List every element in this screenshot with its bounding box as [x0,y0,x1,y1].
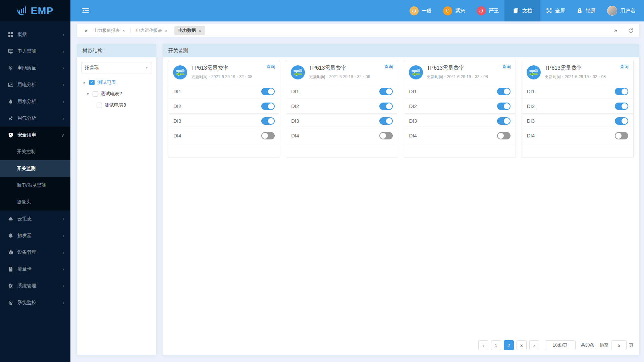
tree-expand-icon[interactable]: ▸ [83,80,87,85]
notif-severe[interactable]: 严重 [471,0,504,21]
pagination-jump-label: 跳至 [600,342,608,348]
sidebar-item-power-quality[interactable]: 电能质量 ‹ [0,60,70,76]
chevron-left-icon: ‹ [63,266,64,272]
di-toggle[interactable] [497,132,511,139]
query-link[interactable]: 查询 [384,64,393,70]
card-updated-time: 更新时间：2021-6-29 19：32：08 [427,74,488,80]
chart-icon [8,82,13,87]
di-toggle[interactable] [615,117,628,125]
sidebar-item-overview[interactable]: 概括 ‹ [0,26,70,43]
sidebar-item-safe-electricity[interactable]: 安全用电 ∨ [0,127,70,143]
di-label: DI3 [409,118,417,124]
notif-general[interactable]: 一般 [404,0,437,21]
sidebar-item-trigger[interactable]: 触发器 ‹ [0,227,70,244]
caret-down-icon: ▼ [145,66,148,69]
pagination-next-button[interactable]: › [529,340,539,350]
di-label: DI2 [291,103,299,109]
sidebar-subitem-camera[interactable]: 摄像头 [0,194,70,210]
lock-icon [577,8,583,14]
tree-checkbox[interactable] [97,103,102,108]
sidebar-item-gas-analysis[interactable]: 用气分析 ‹ [0,110,70,127]
pagination-prev-button[interactable]: ‹ [478,340,488,350]
di-toggle[interactable] [379,103,393,110]
di-toggle[interactable] [261,117,275,125]
tab-close-icon[interactable]: × [199,28,201,33]
sidebar-item-device-management[interactable]: 设备管理 ‹ [0,244,70,261]
tree-checkbox[interactable] [89,80,95,85]
tree-checkbox[interactable] [93,91,98,97]
tree-node-meter1[interactable]: ▸ 测试电表 [77,77,156,88]
di-toggle[interactable] [261,88,275,95]
sidebar-item-cloud-config[interactable]: 云组态 ‹ [0,210,70,227]
notif-general-label: 一般 [422,8,432,14]
di-toggle[interactable] [615,132,628,139]
sidebar-subitem-switch-monitoring[interactable]: 开关监测 [0,160,70,177]
tree-node-label: 测试电表3 [105,102,126,108]
tab-divider [173,28,173,33]
chevron-left-icon: ‹ [63,233,64,238]
di-toggle[interactable] [615,103,628,110]
device-card: 查询 TP613需量费率 更新时间：2021-6-29 19：32：08 DI1… [286,60,398,158]
sidebar-section-safety: 安全用电 ∨ 开关控制 开关监测 漏电/温度监测 摄像头 [0,127,70,210]
sidebar-item-power-monitoring[interactable]: 电力监测 ‹ [0,43,70,60]
di-row: DI2 [404,99,516,114]
webcam-icon [8,300,13,305]
di-label: DI4 [409,133,417,138]
di-toggle[interactable] [261,103,275,110]
pagination-page-1[interactable]: 1 [491,340,501,350]
sidebar-item-water-analysis[interactable]: 用水分析 ‹ [0,93,70,110]
query-link[interactable]: 查询 [620,64,629,70]
sidebar-item-label: 电力监测 [17,48,63,54]
sidebar-item-electricity-analysis[interactable]: 用电分析 ‹ [0,76,70,93]
tab-power-extreme-report[interactable]: 电力极值报表 × [90,26,129,35]
di-toggle[interactable] [497,88,511,95]
tabs-scroll-right-icon[interactable]: » [612,27,619,34]
tab-power-data[interactable]: 电力数据 × [174,26,205,35]
top-navbar: 一般 紧急 严重 文档 全屏 锁屏 用户名 [70,0,644,21]
nav-item-docs[interactable]: 文档 [504,0,540,21]
tab-close-icon[interactable]: × [165,28,168,33]
pagination-page-3[interactable]: 3 [517,340,527,350]
di-toggle[interactable] [379,88,393,95]
card-header: 查询 TP613需量费率 更新时间：2021-6-29 19：32：08 [286,60,397,84]
sidebar-subitem-leakage-temperature[interactable]: 漏电/温度监测 [0,177,70,194]
pagination-page-2[interactable]: 2 [504,340,514,350]
sidebar-item-system-management[interactable]: 系统管理 ‹ [0,278,70,294]
di-row: DI2 [168,99,280,114]
di-toggle[interactable] [379,117,393,125]
page-size-select[interactable]: 10条/页 [545,340,576,350]
tree-node-meter3[interactable]: 测试电表3 [77,100,156,111]
di-toggle[interactable] [615,88,628,95]
nav-item-user[interactable]: 用户名 [601,0,644,21]
tab-label: 电力极值报表 [94,27,120,34]
sidebar-item-data-card[interactable]: 流量卡 ‹ [0,261,70,278]
tab-bar: « 电力极值报表 × 电力运作报表 × 电力数据 × » [77,24,639,37]
query-link[interactable]: 查询 [502,64,511,70]
nav-item-fullscreen[interactable]: 全屏 [540,0,571,21]
tree-select[interactable]: 拓普瑞 ▼ [81,62,152,73]
di-toggle[interactable] [379,132,393,139]
sidebar-item-system-monitoring[interactable]: 系统监控 ‹ [0,294,70,311]
tab-power-operation-report[interactable]: 电力运作报表 × [132,26,172,35]
notif-urgent-label: 紧急 [455,8,465,14]
notif-urgent[interactable]: 紧急 [437,0,471,21]
query-link[interactable]: 查询 [266,64,275,70]
di-toggle[interactable] [497,117,511,125]
tree-node-meter2[interactable]: ▾ 测试电表2 [77,88,156,100]
sidebar-subitem-switch-control[interactable]: 开关控制 [0,143,70,160]
refresh-icon[interactable] [628,28,634,34]
collapse-menu-icon[interactable] [82,7,89,14]
tab-close-icon[interactable]: × [122,28,125,33]
main-panel-header: 开关监测 [163,44,639,57]
sidebar-subitem-label: 漏电/温度监测 [17,182,46,188]
di-toggle[interactable] [497,103,511,110]
tabs-scroll-left-icon[interactable]: « [83,27,90,34]
logo-bars-icon [17,6,28,16]
jump-page-input[interactable] [611,340,627,350]
tree-expand-icon[interactable]: ▾ [86,92,90,96]
di-toggle[interactable] [261,132,275,139]
nav-item-lock[interactable]: 锁屏 [571,0,601,21]
water-drop-icon [8,99,13,104]
nav-fullscreen-label: 全屏 [555,8,565,14]
device-sliders-icon [527,65,541,79]
